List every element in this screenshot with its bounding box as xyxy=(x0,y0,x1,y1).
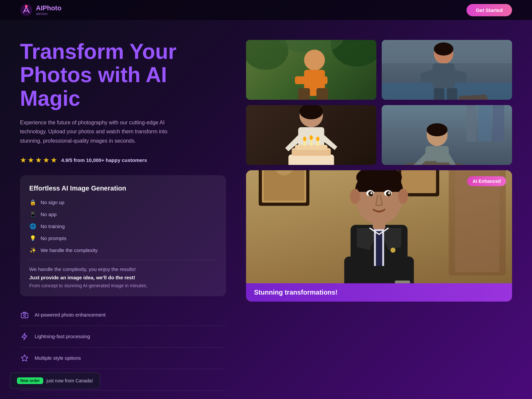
logo-icon xyxy=(20,4,33,16)
bottom-feat-item: Multiple style options xyxy=(20,347,226,369)
list-item: 📱 No app xyxy=(29,211,217,218)
camera-icon xyxy=(20,310,29,320)
right-panel: AI Enhanced xyxy=(246,40,512,302)
svg-point-8 xyxy=(304,50,325,70)
svg-point-87 xyxy=(370,192,372,194)
main-content: Transform Your Photos with AI Magic Expe… xyxy=(0,20,532,399)
star-4: ★ xyxy=(43,156,50,165)
large-photo-container: AI Enhanced xyxy=(246,170,512,302)
svg-point-37 xyxy=(303,137,307,141)
left-panel: Transform Your Photos with AI Magic Expe… xyxy=(20,40,226,391)
toast-message: just now from Canada! xyxy=(47,378,93,383)
svg-rect-43 xyxy=(492,105,504,142)
feat-label: AI-powered photo enhancement xyxy=(35,312,105,318)
rating-row: ★ ★ ★ ★ ★ 4.9/5 from 10,000+ happy custo… xyxy=(20,156,226,165)
svg-point-38 xyxy=(310,135,313,140)
bottom-feat-item: AI-powered photo enhancement xyxy=(20,304,226,326)
svg-point-92 xyxy=(390,248,395,253)
stunning-badge: Stunning transformations! xyxy=(246,283,512,302)
globe-icon: 🌐 xyxy=(29,223,37,230)
feature-list: 🔒 No sign up 📱 No app 🌐 No training 💡 No… xyxy=(29,199,217,254)
divider xyxy=(29,260,217,260)
svg-rect-31 xyxy=(288,155,334,165)
photo-2 xyxy=(382,40,512,100)
photo-4 xyxy=(382,105,512,165)
list-item: 🌐 No training xyxy=(29,223,217,230)
svg-rect-11 xyxy=(317,88,328,100)
hero-description: Experience the future of photography wit… xyxy=(20,118,186,145)
feature-card: Effortless AI Image Generation 🔒 No sign… xyxy=(20,175,226,296)
lock-icon: 🔒 xyxy=(29,199,37,206)
list-item: ✨ We handle the complexity xyxy=(29,247,217,254)
handle-bold-text: Just provide an image idea, we'll do the… xyxy=(29,275,217,280)
phone-icon: 📱 xyxy=(29,211,37,218)
feat-label: Lightning-fast processing xyxy=(35,333,90,339)
svg-point-89 xyxy=(350,189,360,204)
svg-point-39 xyxy=(316,137,320,141)
svg-point-3 xyxy=(24,315,26,317)
svg-rect-2 xyxy=(21,313,28,318)
svg-rect-75 xyxy=(376,231,382,266)
feat-label: Multiple style options xyxy=(35,355,81,361)
svg-rect-19 xyxy=(433,63,455,88)
svg-rect-21 xyxy=(447,88,457,100)
logo-text-wrap: AIPhoto service xyxy=(36,4,62,16)
svg-rect-41 xyxy=(466,105,476,142)
list-item: 💡 No prompts xyxy=(29,235,217,242)
handle-complexity-text: We handle the complexity, you enjoy the … xyxy=(29,266,217,272)
lightning-icon xyxy=(20,332,29,341)
logo-name: AIPhoto xyxy=(36,4,62,12)
logo-area: AIPhoto service xyxy=(20,4,62,16)
svg-rect-13 xyxy=(315,76,328,84)
svg-point-22 xyxy=(434,43,454,56)
star-3: ★ xyxy=(35,156,42,165)
svg-rect-12 xyxy=(295,76,308,84)
hero-title: Transform Your Photos with AI Magic xyxy=(20,40,226,110)
photos-grid-top xyxy=(246,40,512,165)
photo-3 xyxy=(246,105,376,165)
svg-rect-64 xyxy=(401,170,436,193)
svg-rect-52 xyxy=(437,162,451,165)
star-2: ★ xyxy=(28,156,34,165)
bottom-feat-item: Lightning-fast processing xyxy=(20,326,226,347)
star-icon xyxy=(20,353,29,363)
star-rating: ★ ★ ★ ★ ★ xyxy=(20,156,57,165)
svg-rect-42 xyxy=(478,106,491,142)
logo-sub: service xyxy=(36,12,62,16)
svg-point-90 xyxy=(398,189,408,204)
sparkle-icon: ✨ xyxy=(29,247,37,254)
svg-rect-10 xyxy=(298,88,310,100)
star-5: ★ xyxy=(51,156,57,165)
svg-point-88 xyxy=(388,192,390,194)
ai-enhanced-badge: AI Enhanced xyxy=(467,176,506,186)
get-started-button[interactable]: Get Started xyxy=(466,4,512,16)
svg-point-49 xyxy=(427,123,448,136)
feature-card-title: Effortless AI Image Generation xyxy=(29,185,217,192)
toast-notification: New order just now from Canada! xyxy=(10,372,100,389)
svg-rect-20 xyxy=(434,88,444,100)
star-1: ★ xyxy=(20,156,27,165)
handle-sub-text: From concept to stunning AI-generated im… xyxy=(29,283,217,288)
lightbulb-icon: 💡 xyxy=(29,235,37,242)
list-item: 🔒 No sign up xyxy=(29,199,217,206)
navbar: AIPhoto service Get Started xyxy=(0,0,532,20)
photo-1 xyxy=(246,40,376,100)
rating-text: 4.9/5 from 10,000+ happy customers xyxy=(61,157,147,163)
toast-new-order-label: New order xyxy=(17,377,43,384)
